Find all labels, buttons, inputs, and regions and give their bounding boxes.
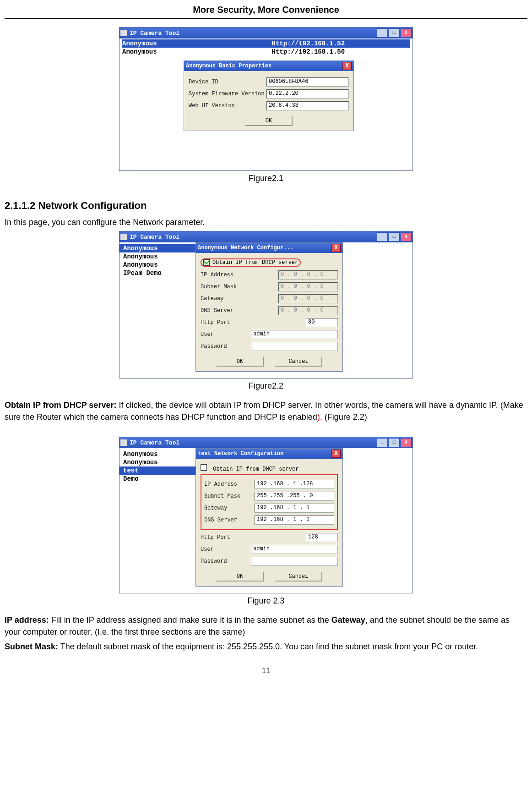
user-input[interactable]: admin [251,545,338,554]
dhcp-def-label: Obtain IP from DHCP server: [5,400,116,410]
paragraph-dhcp: Obtain IP from DHCP server: If clicked, … [5,399,527,423]
camera-side-list[interactable]: Anonymous Anonymous Anonymous IPcam Demo [119,242,195,279]
list-item[interactable]: Demo [123,475,192,483]
close-icon[interactable]: X [342,62,352,70]
mask-input[interactable]: 255 .255 .255 . 0 [255,492,334,501]
user-input[interactable]: admin [251,330,338,339]
mask-input[interactable]: 0 . 0 . 0 . 0 [278,282,338,291]
password-label: Password [201,343,251,350]
camera-url: Http://192.168.1.52 [272,40,410,47]
camera-side-list[interactable]: Anonymous Anonymous test Demo [119,448,195,485]
ok-button[interactable]: OK [216,571,264,582]
list-item[interactable]: Anonymous [119,244,195,252]
label: Device ID [189,79,266,85]
window-title: IP Camera Tool [130,30,179,37]
ok-button[interactable]: OK [216,357,264,367]
mask-def-label: Subnet Mask: [5,642,58,651]
gateway-label: Gateway [201,296,278,302]
gateway-word: Gateway [331,615,365,625]
dhcp-def-tail: (Figure 2.2) [322,412,367,422]
figure-caption: Figure2.2 [5,381,527,391]
titlebar[interactable]: IP Camera Tool _ □ X [119,231,413,242]
dns-label: DNS Server [204,517,255,523]
page-header: More Security, More Convenience [5,5,527,18]
close-icon[interactable]: X [331,244,341,252]
field-webui: Web UI Version 20.8.4.33 [189,101,349,110]
app-icon [120,30,127,36]
dhcp-checkbox[interactable] [201,464,207,471]
list-item[interactable]: Anonymous Http://192.168.1.50 [122,48,410,56]
field-firmware: System Firmware Version 0.22.2.20 [189,89,349,99]
password-input[interactable] [251,557,338,566]
port-label: Http Port [201,319,278,326]
port-input[interactable]: 80 [306,318,338,327]
dhcp-label: Obtain IP from DHCP server [213,466,299,472]
mask-label: Subnet Mask [201,284,278,290]
ip-label: IP Address [201,272,278,278]
dialog-title: Anonymous Network Configur... [198,245,293,251]
dhcp-checkbox[interactable] [203,259,210,266]
dialog-titlebar[interactable]: Anonymous Basic Properties X [184,61,353,71]
titlebar[interactable]: IP Camera Tool _ □ X [119,27,413,38]
close-button[interactable]: X [401,28,412,38]
dhcp-highlight: Obtain IP from DHCP server [201,258,301,267]
ok-button[interactable]: OK [245,116,293,126]
tool-window-fig2: IP Camera Tool _ □ X Anonymous Anonymous… [119,231,413,379]
port-input[interactable]: 128 [306,533,338,542]
camera-name: Anonymous [122,40,272,47]
window-title: IP Camera Tool [130,439,179,446]
app-icon [120,234,127,240]
list-item[interactable]: IPcam Demo [123,269,192,277]
port-label: Http Port [201,534,278,541]
network-config-dialog: Anonymous Network Configur... X Obtain I… [195,242,343,372]
list-item[interactable]: Anonymous [123,252,192,261]
paragraph-mask: Subnet Mask: The default subnet mask of … [5,641,527,653]
close-icon[interactable]: X [331,450,341,458]
list-item[interactable]: test [119,466,195,475]
list-item[interactable]: Anonymous [123,450,192,458]
value[interactable]: 00606E8FBA46 [266,77,349,87]
ip-input[interactable]: 0 . 0 . 0 . 0 [278,270,338,280]
user-label: User [201,546,251,553]
minimize-button[interactable]: _ [377,28,388,38]
maximize-button[interactable]: □ [389,232,400,241]
value[interactable]: 0.22.2.20 [266,89,349,99]
maximize-button[interactable]: □ [389,28,400,38]
dns-input[interactable]: 192 .168 . 1 . 1 [255,516,334,525]
list-item[interactable]: Anonymous [123,261,192,269]
paragraph-ip: IP address: Fill in the IP address assig… [5,614,527,638]
list-item[interactable]: Anonymous Http://192.168.1.52 [122,39,410,48]
gateway-input[interactable]: 0 . 0 . 0 . 0 [278,294,338,303]
camera-list[interactable]: Anonymous Http://192.168.1.52 Anonymous … [119,38,413,56]
value[interactable]: 20.8.4.33 [266,101,349,110]
close-button[interactable]: X [401,438,412,447]
dns-input[interactable]: 0 . 0 . 0 . 0 [278,306,338,315]
mask-def-text: The default subnet mask of the equipment… [58,642,478,651]
list-item[interactable]: Anonymous [123,458,192,466]
dialog-titlebar[interactable]: Anonymous Network Configur... X [196,243,342,253]
label: Web UI Version [189,103,266,109]
password-input[interactable] [251,342,338,351]
minimize-button[interactable]: _ [377,438,388,447]
network-config-dialog: test Network Configuration X Obtain IP f… [195,448,343,587]
ip-def-label: IP address: [5,615,49,625]
header-rule [5,18,527,19]
dialog-title: test Network Configuration [198,450,283,457]
dialog-titlebar[interactable]: test Network Configuration X [196,449,342,459]
mask-label: Subnet Mask [204,493,255,499]
minimize-button[interactable]: _ [377,232,388,241]
cancel-button[interactable]: Cancel [275,571,322,582]
figure-caption: Figure2.1 [5,174,527,183]
titlebar[interactable]: IP Camera Tool _ □ X [119,437,413,448]
gateway-input[interactable]: 192 .168 . 1 . 1 [255,504,334,513]
dhcp-def-paren: ). [317,412,322,422]
password-label: Password [201,558,251,565]
cancel-button[interactable]: Cancel [275,357,322,367]
figure-caption: Figure 2.3 [5,596,527,606]
tool-window-fig1: IP Camera Tool _ □ X Anonymous Http://19… [119,27,413,171]
ip-input[interactable]: 192 .168 . 1 .128 [255,480,334,489]
close-button[interactable]: X [401,232,412,241]
ip-group-highlight: IP Address192 .168 . 1 .128 Subnet Mask2… [201,474,338,530]
maximize-button[interactable]: □ [389,438,400,447]
page-number: 11 [5,667,527,675]
